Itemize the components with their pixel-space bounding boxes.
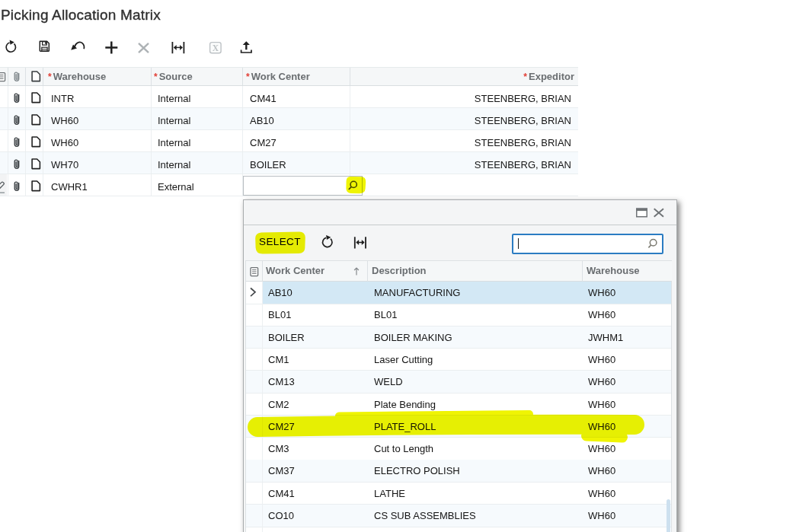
svg-text:X: X bbox=[213, 43, 219, 53]
